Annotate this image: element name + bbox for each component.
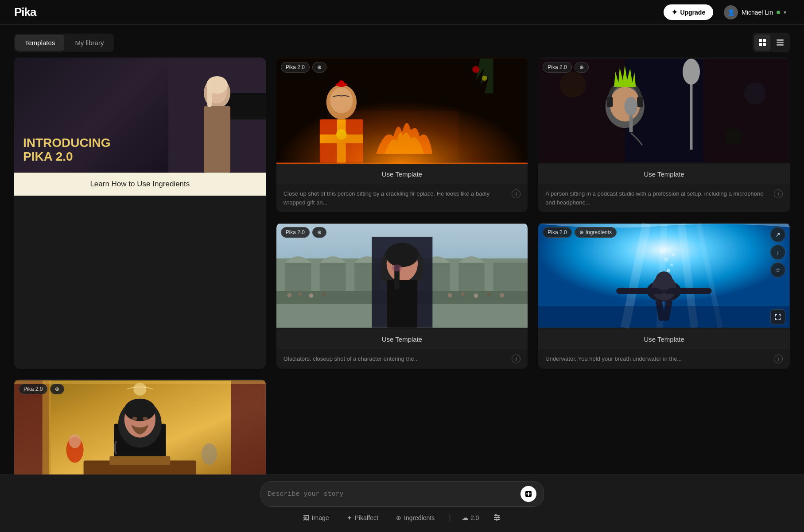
svg-point-29	[683, 59, 700, 85]
spark-icon: ✦	[672, 8, 677, 16]
modules-badge: ⊕	[312, 62, 326, 73]
pikaffect-tool-label: Pikaffect	[355, 514, 378, 521]
podcast-version-badge: Pika 2.0	[543, 62, 571, 73]
gladiator-use-template-button[interactable]: Use Template	[276, 329, 528, 349]
share-button[interactable]: ↗	[770, 227, 785, 242]
prompt-row	[260, 481, 544, 507]
bottom-bar: 🖼 Image ✦ Pikaffect ⊕ Ingredients | ☁ 2.…	[0, 474, 804, 532]
svg-point-63	[392, 265, 402, 272]
cloud-icon: ☁	[462, 513, 469, 522]
svg-point-51	[322, 293, 326, 296]
svg-rect-13	[207, 85, 212, 107]
underwater-card-actions: ↗ ↓ ☆	[770, 227, 785, 278]
template-grid: INTRODUCING PIKA 2.0 Learn How to Use In…	[14, 58, 790, 525]
upgrade-label: Upgrade	[680, 9, 705, 16]
svg-point-98	[495, 514, 497, 517]
prompt-submit-button[interactable]	[520, 486, 536, 502]
tab-my-library[interactable]: My library	[66, 35, 113, 50]
svg-point-88	[143, 417, 148, 420]
settings-tool-button[interactable]	[489, 511, 505, 524]
svg-point-18	[482, 76, 487, 81]
podcast-image	[538, 58, 790, 164]
pikaffect-tool-button[interactable]: ✦ Pikaffect	[343, 513, 382, 523]
svg-point-48	[287, 293, 291, 297]
hero-title-line2: PIKA 2.0	[23, 150, 111, 164]
christmas-description: Close-up shot of this person sitting by …	[276, 184, 528, 212]
gladiator-card[interactable]: Pika 2.0 ⊕ Use Template Gladiators: clos…	[276, 223, 528, 369]
podcast-card[interactable]: Pika 2.0 ⊕ Use Template A person sitting…	[538, 58, 790, 212]
gladiator-info-icon[interactable]: i	[512, 355, 520, 363]
svg-rect-32	[607, 97, 613, 107]
svg-rect-27	[703, 59, 790, 163]
gladiator-description: Gladiators: closeup shot of a character …	[276, 349, 528, 369]
svg-rect-45	[458, 263, 485, 293]
svg-point-54	[474, 293, 478, 298]
tool-separator: |	[449, 513, 451, 522]
download-button[interactable]: ↓	[770, 245, 785, 260]
svg-point-56	[500, 293, 504, 297]
list-view-button[interactable]	[772, 35, 788, 50]
svg-point-38	[725, 128, 742, 145]
ingredients-tool-button[interactable]: ⊕ Ingredients	[392, 513, 438, 523]
logo: Pika	[14, 5, 36, 19]
learn-ingredients-button[interactable]: Learn How to Use Ingredients	[14, 173, 266, 196]
underwater-use-template-button[interactable]: Use Template	[538, 329, 790, 349]
bottom-tools: 🖼 Image ✦ Pikaffect ⊕ Ingredients | ☁ 2.…	[299, 511, 505, 524]
expand-button[interactable]	[770, 309, 785, 324]
portrait-version-badge: Pika 2.0	[19, 384, 47, 394]
svg-point-92	[69, 434, 81, 448]
svg-point-24	[336, 129, 346, 139]
podcast-info-icon[interactable]: i	[774, 189, 783, 198]
favorite-button[interactable]: ☆	[770, 262, 785, 278]
christmas-image-wrapper: Pika 2.0 ⊕	[276, 58, 528, 164]
svg-point-73	[671, 264, 673, 266]
christmas-card[interactable]: Pika 2.0 ⊕ Use Template Close-up shot of…	[276, 58, 528, 212]
gladiator-card-badges: Pika 2.0 ⊕	[281, 227, 326, 238]
hero-card[interactable]: INTRODUCING PIKA 2.0 Learn How to Use In…	[14, 58, 266, 369]
svg-rect-46	[493, 263, 528, 293]
underwater-ingredients-badge: ⊕ Ingredients	[575, 227, 617, 238]
portrait-image-wrapper: Pika 2.0 ⊕	[14, 379, 266, 486]
version-badge: ☁ 2.0	[462, 513, 479, 522]
nav-tabs: Templates My library	[0, 25, 804, 58]
svg-rect-80	[231, 381, 265, 485]
main-content: INTRODUCING PIKA 2.0 Learn How to Use In…	[0, 58, 804, 532]
svg-point-75	[672, 254, 675, 256]
svg-rect-81	[43, 381, 51, 485]
svg-rect-4	[777, 39, 784, 41]
tab-group: Templates My library	[14, 34, 114, 52]
user-menu[interactable]: 👤 Michael Lin ▾	[720, 4, 790, 21]
portrait-card-badges: Pika 2.0 ⊕	[19, 384, 64, 394]
christmas-info-icon[interactable]: i	[512, 189, 520, 198]
grid-view-button[interactable]	[754, 35, 770, 50]
svg-rect-23	[320, 135, 363, 143]
svg-rect-41	[285, 263, 311, 293]
svg-point-74	[664, 257, 668, 262]
prompt-input[interactable]	[268, 490, 515, 498]
christmas-card-badges: Pika 2.0 ⊕	[281, 62, 326, 73]
svg-rect-68	[664, 288, 712, 294]
chevron-down-icon: ▾	[784, 9, 786, 15]
gladiator-version-badge: Pika 2.0	[281, 227, 310, 238]
svg-rect-5	[777, 42, 784, 43]
svg-point-36	[560, 72, 586, 98]
underwater-info-icon[interactable]: i	[774, 355, 783, 363]
svg-point-93	[202, 443, 217, 465]
christmas-use-template-button[interactable]: Use Template	[276, 164, 528, 184]
gladiator-image-wrapper: Pika 2.0 ⊕	[276, 223, 528, 329]
header: Pika ✦ Upgrade 👤 Michael Lin ▾	[0, 0, 804, 25]
tab-templates[interactable]: Templates	[16, 35, 64, 50]
underwater-card[interactable]: Pika 2.0 ⊕ Ingredients ↗ ↓ ☆	[538, 223, 790, 369]
svg-point-17	[472, 66, 479, 73]
hero-title-line1: INTRODUCING	[23, 136, 111, 150]
upgrade-button[interactable]: ✦ Upgrade	[664, 4, 713, 20]
view-toggle	[753, 33, 790, 52]
gladiator-image	[276, 223, 528, 329]
svg-rect-1	[763, 39, 766, 42]
header-right: ✦ Upgrade 👤 Michael Lin ▾	[664, 4, 790, 21]
image-tool-button[interactable]: 🖼 Image	[299, 513, 333, 523]
podcast-use-template-button[interactable]: Use Template	[538, 164, 790, 184]
svg-point-87	[132, 417, 137, 420]
svg-point-71	[656, 271, 673, 290]
svg-point-61	[385, 243, 418, 267]
